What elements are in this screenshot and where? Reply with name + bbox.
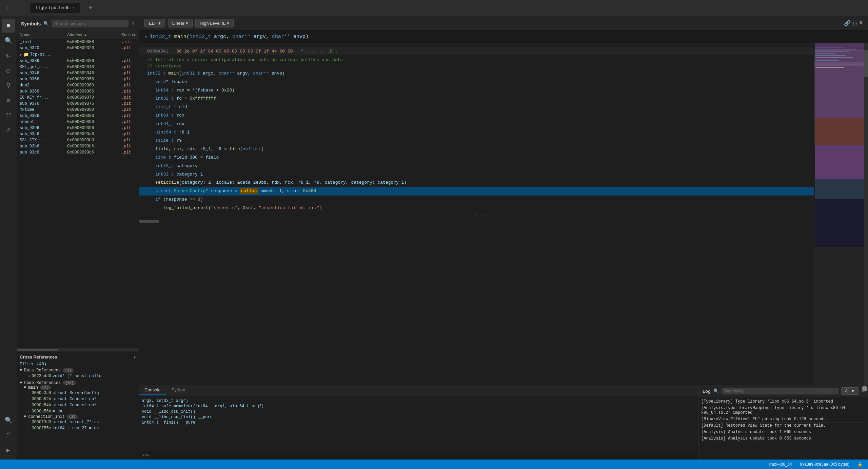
- table-row[interactable]: SSL_get_s...0x000009340.plt: [17, 64, 139, 70]
- xref-code-refs-header[interactable]: ▼ Code References {46}: [20, 381, 136, 385]
- section-column-header[interactable]: Section: [121, 33, 136, 37]
- code-refs-count: {46}: [63, 381, 76, 385]
- console-input-row: >>>: [139, 452, 698, 460]
- sidebar-tags-icon[interactable]: 🏷: [2, 49, 15, 62]
- xref-conn-item-2[interactable]: ← 0000f55c int64_t rax_27 = ca: [20, 425, 136, 431]
- sidebar-location-icon[interactable]: ◯: [2, 64, 15, 77]
- minimap[interactable]: [814, 43, 868, 385]
- panel-tabs: Console Python: [139, 385, 698, 395]
- table-row[interactable]: dup20x000009360.plt: [17, 82, 139, 88]
- highlevel-il-button[interactable]: High Level IL ▾: [195, 19, 234, 27]
- table-row[interactable]: sub_93360x000009336.plt: [17, 58, 139, 64]
- add-tab-button[interactable]: +: [86, 4, 95, 12]
- code-line-4: time_t field: [139, 103, 814, 111]
- code-line-6: int64_t rdx: [139, 120, 814, 128]
- icon-sidebar: ■ 🔍 🏷 ◯ ⚲ ⚙ ☷ ☍ 🔍 “ ▶: [0, 16, 17, 460]
- symbol-group-row[interactable]: ▶📁Tcp-st...: [17, 51, 139, 58]
- connection-init-count: {3}: [67, 414, 78, 419]
- titlebar: ← → lighttpd.bndb × +: [0, 0, 868, 16]
- name-column-header[interactable]: Name: [20, 33, 67, 37]
- sidebar-quote-icon[interactable]: “: [2, 428, 15, 442]
- table-row[interactable]: mktime0x000009380.plt: [17, 107, 139, 113]
- xref-main-header[interactable]: ▼ main {4}: [20, 385, 136, 390]
- sidebar-layers-icon[interactable]: ☍: [2, 123, 15, 137]
- table-row[interactable]: sub_93860x000009386.plt: [17, 113, 139, 119]
- log-item: [Analysis] Analysis update took 1.065 se…: [701, 429, 865, 435]
- console-line: void __libc_csu_fini() __pure: [142, 414, 695, 420]
- menu-icon[interactable]: ≡: [859, 20, 863, 27]
- tab-python[interactable]: Python: [166, 385, 191, 395]
- log-search-input[interactable]: [722, 388, 839, 394]
- xref-close-icon[interactable]: ✦: [133, 354, 136, 360]
- symbols-hscroll[interactable]: [17, 348, 139, 351]
- code-refs-label: Code References: [24, 381, 61, 385]
- xref-data-refs-header[interactable]: ▼ Data References {1}: [20, 368, 136, 373]
- tab-close-button[interactable]: ×: [72, 6, 75, 11]
- folder-icon: 📁: [23, 52, 29, 57]
- elf-button[interactable]: ELF ▾: [144, 19, 165, 27]
- link-icon[interactable]: 🔗: [844, 20, 851, 27]
- table-row[interactable]: sub_93960x000009396.plt: [17, 125, 139, 131]
- log-content: [TypeLibrary] Type library 'libc_x86_64.…: [698, 397, 868, 460]
- status-lock-icon: 🔒: [857, 462, 863, 467]
- table-row[interactable]: sub_93660x000009366.plt: [17, 88, 139, 95]
- xref-main-item-4[interactable]: ← 0000a56b = ca: [20, 408, 136, 414]
- table-row[interactable]: SSL_CTX_s...0x0000093b0.plt: [17, 137, 139, 143]
- search-symbols-input[interactable]: [52, 20, 129, 27]
- refresh-icon[interactable]: ↻: [144, 34, 147, 40]
- back-button[interactable]: ←: [4, 3, 13, 13]
- console-panel: Console Python arg3, int32_t arg4)int64_…: [139, 385, 698, 460]
- xref-code-refs: ▼ Code References {46} ▼ main {4} ← 0000…: [20, 381, 136, 431]
- xref-filter[interactable]: Filter (48): [20, 362, 136, 367]
- log-item: [Default] Restored View State for the cu…: [701, 423, 865, 429]
- main-layout: ■ 🔍 🏷 ◯ ⚲ ⚙ ☷ ☍ 🔍 “ ▶ Symbols 🔍 ≡ Name A…: [0, 16, 868, 460]
- table-row[interactable]: sub_93560x000009356.plt: [17, 76, 139, 82]
- xref-main-item-2[interactable]: ← 0000a52b struct Connection*: [20, 396, 136, 402]
- sidebar-settings-icon[interactable]: ⚙: [2, 94, 15, 107]
- xref-main-item-3[interactable]: ← 0000a54b struct Connection*: [20, 402, 136, 408]
- nav-buttons: ← →: [4, 3, 24, 13]
- sidebar-grid-icon[interactable]: ☷: [2, 108, 15, 122]
- xref-main-item-1[interactable]: ← 0000a3a9 struct ServerConfig: [20, 390, 136, 396]
- columns-icon[interactable]: ◫: [853, 20, 857, 27]
- sidebar-search-icon[interactable]: 🔍: [2, 34, 15, 47]
- code-line-3: int32_t fd = 0xffffffff: [139, 95, 814, 103]
- xref-conn-item-1[interactable]: ← 0000f3d3 struct struct_7* ra: [20, 419, 136, 425]
- log-filter-button[interactable]: All ▼: [841, 387, 859, 395]
- sidebar-branch-icon[interactable]: ⚲: [2, 79, 15, 92]
- table-row[interactable]: memset0x000009390.plt: [17, 119, 139, 125]
- minimap-highlight: [814, 50, 868, 145]
- data-refs-count: {1}: [63, 368, 74, 373]
- tab-console[interactable]: Console: [139, 385, 166, 395]
- log-title: Log: [703, 389, 711, 394]
- sidebar-home-icon[interactable]: ■: [2, 19, 15, 33]
- symbols-menu-icon[interactable]: ≡: [131, 21, 135, 27]
- hscroll-track[interactable]: [139, 220, 814, 224]
- bottom-panels: Console Python arg3, int32_t arg4)int64_…: [139, 385, 868, 460]
- file-tab[interactable]: lighttpd.bndb ×: [30, 3, 80, 13]
- sidebar-terminal-icon[interactable]: ▶: [2, 443, 15, 457]
- table-row[interactable]: sub_93200x000009320.plt: [17, 45, 139, 51]
- table-row[interactable]: sub_93c60x0000093c6.plt: [17, 149, 139, 156]
- log-item: [BinaryView.ElfView] ELF parsing took 0.…: [701, 416, 865, 423]
- log-item: [Analysis.TypeLibraryMapping] Type libra…: [701, 405, 865, 416]
- address-column-header[interactable]: Address ▲: [67, 33, 121, 37]
- xref-data-ref-item[interactable]: ↦ 0023cdd0 void* (* const callo: [20, 373, 136, 379]
- table-row[interactable]: _init0x000009308.init: [17, 39, 139, 45]
- table-row[interactable]: sub_93760x000009376.plt: [17, 101, 139, 107]
- code-view[interactable]: 0000a341 66 2e 0f 1f 84 00 00-00 00 00 0…: [139, 43, 814, 385]
- table-row[interactable]: EC_KEY_fr...0x000009370.plt: [17, 95, 139, 101]
- table-row[interactable]: sub_93a60x0000093a6.plt: [17, 131, 139, 137]
- forward-button[interactable]: →: [16, 3, 24, 13]
- data-refs-label: Data References: [24, 368, 61, 373]
- symbols-header: Symbols 🔍 ≡: [17, 16, 139, 31]
- minimap-scrollbar[interactable]: [864, 43, 868, 385]
- table-row[interactable]: sub_93460x000009346.plt: [17, 70, 139, 76]
- table-row[interactable]: sub_93b60x0000093b6.plt: [17, 143, 139, 149]
- console-line: int64_t _fini() __pure: [142, 420, 695, 425]
- linear-button[interactable]: Linear ▾: [168, 19, 193, 27]
- sidebar-search2-icon[interactable]: 🔍: [2, 413, 15, 427]
- xref-connection-init-header[interactable]: ▼ connection_init {3}: [20, 414, 136, 419]
- console-input[interactable]: [152, 453, 695, 458]
- status-addr-range: 0xa3a9-0xa3ae (0x5 bytes): [800, 462, 849, 467]
